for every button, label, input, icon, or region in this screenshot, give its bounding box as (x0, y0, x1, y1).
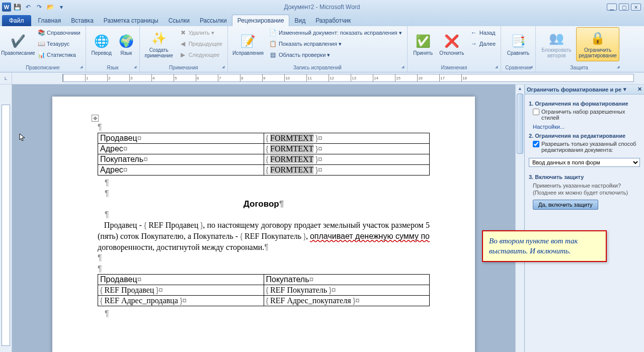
annotation-callout: Во втором пункте вот так выставить. И вк… (482, 230, 607, 262)
prev-icon: ◀ (179, 40, 187, 48)
open-icon[interactable]: 📂 (45, 2, 55, 12)
window-title: Документ2 - Microsoft Word (284, 4, 360, 11)
restore-button[interactable]: ▢ (619, 4, 629, 11)
reject-icon: ❌ (444, 33, 460, 49)
books-icon: 📚 (37, 29, 45, 37)
tab-insert[interactable]: Вставка (66, 15, 99, 26)
compare-icon: 📑 (510, 33, 526, 49)
doc-icon: 📄 (269, 29, 277, 37)
scrollbar-thumb[interactable] (517, 94, 523, 154)
spelling-button[interactable]: ✔️ Правописание (3, 27, 33, 61)
table-move-handle[interactable]: ✥ (92, 115, 99, 122)
display-for-review-dropdown[interactable]: 📄Измененный документ: показать исправлен… (267, 27, 404, 38)
document-area[interactable]: ✥ ¶ Продавец¤{ FORMTEXT }¤ Адрес¤{ FORMT… (12, 84, 515, 352)
ribbon-tabs: Файл Главная Вставка Разметка страницы С… (0, 14, 644, 26)
language-button[interactable]: 🌍 Язык (116, 27, 136, 61)
tab-developer[interactable]: Разработчик (310, 15, 356, 26)
group-tracking-label: Запись исправлений (231, 64, 404, 71)
abc-check-icon: ✔️ (10, 33, 26, 49)
group-language-label: Язык (89, 64, 136, 71)
ribbon: ✔️ Правописание 📚Справочники 📖Тезаурус 📊… (0, 26, 644, 72)
group-protect-label: Защита (539, 64, 619, 71)
globe-icon: 🌍 (118, 33, 134, 49)
tab-review[interactable]: Рецензирование (232, 15, 290, 26)
horizontal-ruler[interactable]: 123456789101112131415161718 (62, 74, 634, 82)
track-icon: 📝 (240, 33, 256, 49)
vertical-ruler[interactable] (2, 105, 10, 346)
group-comments-label: Примечания (143, 64, 224, 71)
scroll-up-icon[interactable]: ▲ (516, 84, 524, 93)
tab-file[interactable]: Файл (2, 15, 31, 26)
compare-button[interactable]: 📑 Сравнить (504, 27, 532, 61)
enforcement-note: Применить указанные настройки? (Позднее … (533, 182, 640, 197)
signature-table: Продавец¤Покупатель¤ { REF Продавец }¤{ … (98, 274, 430, 306)
delete-comment-button[interactable]: ✖Удалить ▾ (177, 27, 224, 38)
restrict-editing-pane: Ограничить форматирование и ре ▾ ✕ 1. Ог… (524, 84, 644, 352)
limit-formatting-checkbox[interactable] (533, 109, 539, 115)
arrow-left-icon: ← (470, 29, 478, 37)
word-app-icon[interactable]: W (2, 3, 11, 12)
redo-icon[interactable]: ↷ (34, 2, 44, 12)
undo-icon[interactable]: ↶ (23, 2, 33, 12)
section-start-enforcement: 3. Включить защиту (529, 174, 640, 180)
vertical-ruler-area (0, 84, 12, 352)
comment-star-icon: ✨ (151, 30, 167, 46)
page: ✥ ¶ Продавец¤{ FORMTEXT }¤ Адрес¤{ FORMT… (52, 97, 475, 352)
quick-access-toolbar: W 💾 ↶ ↷ 📂 ▾ (0, 2, 66, 12)
yes-start-enforcing-button[interactable]: Да, включить защиту (533, 200, 598, 210)
section-formatting-restrictions: 1. Ограничения на форматирование (529, 101, 640, 107)
word-count-button[interactable]: 📊Статистика (35, 49, 83, 60)
pane-icon: ▤ (269, 51, 277, 59)
show-markup-dropdown[interactable]: 📋Показать исправления ▾ (267, 38, 404, 49)
markup-icon: 📋 (269, 40, 277, 48)
delete-icon: ✖ (179, 29, 187, 37)
tab-view[interactable]: Вид (289, 15, 310, 26)
accept-button[interactable]: ✅ Принять (411, 27, 436, 61)
lock-icon: 🔒 (590, 30, 606, 46)
reject-button[interactable]: ❌ Отклонить (438, 27, 466, 61)
restrict-editing-button[interactable]: 🔒 Ограничить редактирование (576, 27, 619, 61)
group-compare-label: Сравнение (504, 64, 532, 71)
research-button[interactable]: 📚Справочники (35, 27, 83, 38)
next-comment-button[interactable]: ▶Следующее (177, 49, 224, 60)
tab-layout[interactable]: Разметка страницы (99, 15, 164, 26)
track-changes-button[interactable]: 📝 Исправления (231, 27, 265, 61)
translate-button[interactable]: 🌐 Перевод (89, 27, 114, 61)
tab-references[interactable]: Ссылки (164, 15, 195, 26)
section-editing-restrictions: 2. Ограничения на редактирование (529, 133, 640, 139)
ruler-area: L 123456789101112131415161718 (0, 72, 644, 84)
taskpane-title: Ограничить форматирование и ре (527, 86, 621, 93)
minimize-button[interactable]: ▁ (607, 4, 617, 11)
settings-link[interactable]: Настройки... (533, 124, 640, 130)
block-icon: 👥 (548, 30, 565, 46)
thesaurus-icon: 📖 (37, 40, 45, 48)
accept-icon: ✅ (415, 33, 431, 49)
allow-only-checkbox[interactable] (533, 141, 539, 147)
prev-comment-button[interactable]: ◀Предыдущее (177, 38, 224, 49)
vertical-scrollbar[interactable]: ▲ (515, 84, 524, 352)
contract-paragraph: Продавец - { REF Продавец }, по настояще… (98, 220, 430, 252)
thesaurus-button[interactable]: 📖Тезаурус (35, 38, 83, 49)
title-bar: W 💾 ↶ ↷ 📂 ▾ Документ2 - Microsoft Word ▁… (0, 0, 644, 14)
tab-mailings[interactable]: Рассылки (195, 15, 232, 26)
new-comment-button[interactable]: ✨ Создать примечание (143, 27, 175, 61)
form-table-1: Продавец¤{ FORMTEXT }¤ Адрес¤{ FORMTEXT … (98, 133, 430, 175)
previous-change-button[interactable]: ←Назад (468, 27, 498, 38)
arrow-right-icon: → (470, 40, 478, 48)
qat-more-icon[interactable]: ▾ (56, 2, 66, 12)
editing-type-dropdown[interactable]: Ввод данных в поля форм (529, 158, 640, 167)
save-icon[interactable]: 💾 (12, 2, 22, 12)
reviewing-pane-dropdown[interactable]: ▤Область проверки ▾ (267, 49, 404, 60)
tab-home[interactable]: Главная (33, 15, 66, 26)
next-icon: ▶ (179, 51, 187, 59)
close-button[interactable]: ✕ (631, 4, 641, 11)
group-changes-label: Изменения (411, 64, 498, 71)
block-authors-button: 👥 Блокировать авторов (539, 27, 574, 61)
translate-icon: 🌐 (94, 33, 110, 49)
next-change-button[interactable]: →Далее (468, 38, 498, 49)
stats-icon: 📊 (37, 51, 45, 59)
ruler-toggle[interactable]: L (0, 72, 12, 84)
group-proofing-label: Правописание (3, 64, 83, 71)
taskpane-close-icon[interactable]: ✕ (637, 86, 642, 93)
